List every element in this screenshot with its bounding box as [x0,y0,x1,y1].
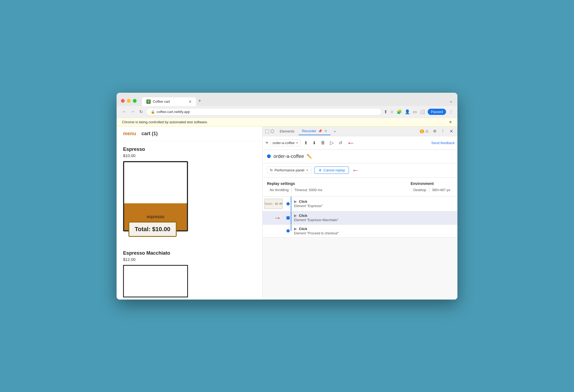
perf-panel-label: Performance panel [275,168,304,172]
resolution-value: 380×487 px [429,187,453,192]
nav-cart-link[interactable]: cart (1) [141,131,158,137]
product-espresso: Espresso $10.00 espresso Total: $10.00 [123,147,256,231]
profile-icon[interactable]: 👤 [405,109,410,114]
extensions-icon[interactable]: 🧩 [397,109,402,114]
step-screenshot-empty: → [263,214,284,222]
cancel-replay-button[interactable]: ⏸ Cancel replay [314,167,349,174]
browser-window: V Coffee cart ✕ + ⌄ ← → ↻ 🔒 coffee-cart.… [117,93,457,300]
product-macchiato: Espresso Macchiato $12.00 [123,250,256,297]
tab-recorder[interactable]: Recorder 📌 ✕ [299,127,331,135]
timeline-dot-square [286,216,290,220]
recorder-toolbar: + order-a-coffee ▼ ⬆ ⬇ 🗑 ▷ ↺ ← Send feed… [263,136,457,150]
step-action: ▶ Click [294,227,457,231]
more-options-button[interactable]: ⋮ [439,128,446,134]
new-tab-button[interactable]: + [196,96,203,106]
total-popup: Total: $10.00 [128,222,177,237]
step-action-label: Click [299,214,307,218]
step-action: ▶ Click [294,214,457,218]
step-row[interactable]: Total: $0.00 ▶ Click Element "Espresso" [263,197,457,211]
website-nav: menu cart (1) [117,127,262,141]
active-tab[interactable]: V Coffee cart ✕ [142,97,196,106]
coffee-mug: espresso [123,161,188,231]
issues-button[interactable]: 1 ⚠ [418,128,430,134]
devtools-close-button[interactable]: ✕ [447,128,455,135]
address-input[interactable]: 🔒 coffee-cart.netlify.app [146,108,382,115]
selector-chevron-icon: ▼ [296,141,298,144]
env-values: Desktop 380×487 px [411,187,453,192]
replay-controls: ↻ Performance panel ▼ ⏸ Cancel replay ← [263,163,457,178]
recording-status-dot [267,154,271,158]
forward-button[interactable]: → [130,108,136,115]
star-icon[interactable]: ☆ [390,109,394,114]
step-detail: Element "Espresso" [294,204,457,208]
step-detail: Element "Espresso Macchiato" [294,218,457,222]
environment-section: Environment Desktop 380×487 px [411,181,453,192]
perf-panel-chevron-icon: ▼ [306,169,309,172]
recording-edit-button[interactable]: ✏️ [307,154,312,159]
delete-button[interactable]: 🗑 [319,139,327,146]
recording-header: order-a-coffee ✏️ [263,150,457,163]
automation-notice-close[interactable]: ✕ [449,120,452,124]
tab-close-button[interactable]: ✕ [189,100,192,104]
back-button[interactable]: ← [121,108,127,115]
menu-icon[interactable]: ⋮ [449,109,453,114]
issues-badge: 1 [420,129,424,133]
share-icon[interactable]: ⬆ [384,109,387,114]
coffee-mug-container: espresso Total: $10.00 [123,161,193,231]
nav-menu-link[interactable]: menu [123,131,136,137]
throttling-value: No throttling [267,187,291,192]
devtools-pointer-icon[interactable]: ⬚ [265,128,269,134]
tab-elements[interactable]: Elements [276,128,298,135]
environment-label: Environment [411,181,453,186]
devtools-inspect-icon[interactable]: ⬡ [270,129,274,134]
minimize-button[interactable] [127,99,131,103]
add-recording-button[interactable]: + [265,140,269,146]
step-expand-icon[interactable]: ▶ [294,200,297,204]
step-action-label: Click [299,200,307,204]
replay-button[interactable]: ▷ [328,139,335,147]
url-text: coffee-cart.netlify.app [157,110,190,114]
split-view-icon[interactable]: ⬜ [420,109,425,114]
product-espresso-name: Espresso [123,147,256,152]
product-macchiato-box [123,265,188,297]
warning-icon: ⚠ [425,129,429,133]
step-expand-icon[interactable]: ▶ [294,227,297,231]
window-controls: ⌄ [449,98,453,104]
pause-icon: ⏸ [318,168,322,172]
title-bar: V Coffee cart ✕ + ⌄ [117,93,457,106]
settings-panel: Replay settings No throttling Timeout: 5… [263,178,457,197]
tab-favicon: V [146,99,151,104]
step-screenshot: Total: $0.00 [263,199,284,209]
step-row[interactable]: → ▶ Click Element "Espresso Macchiato" [263,211,457,225]
recorder-close-icon[interactable]: ✕ [324,129,327,133]
performance-panel-button[interactable]: ↻ Performance panel ▼ [267,167,312,174]
close-button[interactable] [121,99,125,103]
devtools-more-tabs[interactable]: » [332,128,338,134]
export-button[interactable]: ⬆ [302,139,309,147]
import-button[interactable]: ⬇ [311,139,318,147]
step-expand-icon[interactable]: ▶ [294,214,297,218]
timeline-dot [286,202,290,205]
devtools-right-icons: 1 ⚠ ⚙ ⋮ ✕ [418,128,455,135]
timeline-col [284,216,292,220]
timeline-col [284,202,292,205]
cast-icon[interactable]: ▭ [413,109,417,114]
tabs-area: V Coffee cart ✕ + [142,96,446,106]
step-row[interactable]: ▶ Click Element "Proceed to checkout" [263,225,457,238]
product-espresso-price: $10.00 [123,153,256,158]
perf-panel-icon: ↻ [270,168,273,172]
replay-settings-label: Replay settings [267,181,325,186]
address-bar: ← → ↻ 🔒 coffee-cart.netlify.app ⬆ ☆ 🧩 👤 … [117,106,457,118]
website-body: Espresso $10.00 espresso Total: $10.00 [117,141,262,300]
reload-button[interactable]: ↻ [138,108,144,115]
slow-replay-button[interactable]: ↺ [337,139,344,147]
recording-selector[interactable]: order-a-coffee ▼ [270,139,301,146]
toolbar-red-arrow: ← [347,138,355,148]
send-feedback-link[interactable]: Send feedback [431,141,455,145]
recording-selector-label: order-a-coffee [273,141,295,145]
settings-button[interactable]: ⚙ [431,128,438,134]
step-detail: Element "Proceed to checkout" [294,231,457,235]
maximize-button[interactable] [133,99,137,103]
paused-badge: Paused [428,109,446,115]
timeline-col [284,229,292,232]
